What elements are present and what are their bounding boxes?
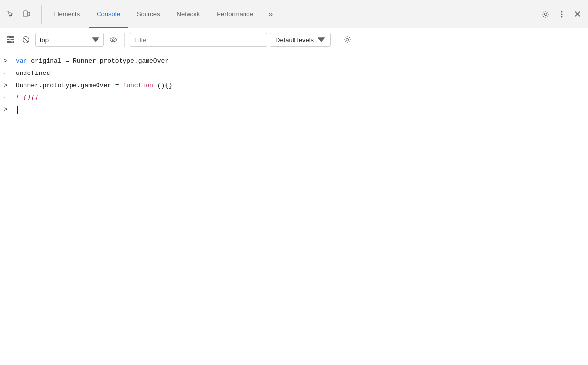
inspect-element-button[interactable] [4, 7, 18, 21]
dots-vertical-icon [558, 10, 565, 18]
settings-button[interactable] [539, 7, 553, 21]
tab-console[interactable]: Console [89, 0, 128, 28]
toggle-device-button[interactable] [20, 7, 33, 21]
code-runner-proto: Runner.prototype.gameOver = [16, 82, 122, 89]
eye-button[interactable] [107, 33, 120, 46]
svg-point-12 [110, 38, 117, 42]
gear-icon-2 [343, 36, 351, 44]
input-prompt: > [4, 105, 12, 115]
stop-logging-button[interactable] [20, 33, 32, 46]
code-func-result: f (){} [16, 93, 39, 103]
log-levels-selector[interactable]: Default levels [270, 33, 331, 47]
context-value: top [40, 36, 89, 44]
console-line-3: > Runner.prototype.gameOver = function (… [0, 80, 588, 92]
svg-point-14 [346, 39, 349, 41]
device-icon [23, 10, 30, 18]
tab-bar: Elements Console Sources Network Perform… [0, 0, 588, 28]
svg-line-11 [24, 37, 28, 42]
toolbar-separator-2 [336, 33, 336, 47]
cursor-icon [7, 10, 15, 18]
eye-icon [109, 36, 117, 44]
keyword-var: var [16, 57, 31, 65]
tab-sources[interactable]: Sources [129, 0, 168, 28]
close-devtools-button[interactable]: ✕ [570, 7, 584, 21]
svg-point-3 [561, 11, 563, 12]
tab-elements[interactable]: Elements [46, 0, 88, 28]
code-1: var original = Runner.prototype.gameOver [16, 56, 169, 67]
svg-rect-0 [24, 11, 27, 17]
console-line-2: ← undefined [0, 68, 588, 80]
context-arrow-icon [92, 36, 99, 44]
prompt-4: ← [4, 93, 12, 103]
prompt-2: ← [4, 69, 12, 79]
console-toolbar: top Default levels [0, 28, 588, 51]
toolbar-separator [124, 33, 125, 47]
kebab-menu-button[interactable] [555, 7, 568, 21]
prompt-3: > [4, 81, 12, 91]
code-func-body: (){} [153, 82, 172, 89]
tab-network[interactable]: Network [169, 0, 208, 28]
tab-performance[interactable]: Performance [209, 0, 261, 28]
levels-arrow-icon [318, 36, 325, 44]
console-line-1: > var original = Runner.prototype.gameOv… [0, 55, 588, 68]
tab-separator [41, 5, 42, 24]
svg-point-13 [112, 39, 114, 41]
stop-icon [22, 36, 30, 44]
prompt-1: > [4, 56, 12, 67]
svg-point-2 [545, 13, 547, 15]
keyword-function: function [122, 82, 153, 89]
console-line-4: ← f (){} [0, 92, 588, 104]
svg-point-4 [561, 13, 563, 15]
code-original: original [31, 57, 61, 65]
svg-point-5 [561, 16, 563, 17]
context-selector[interactable]: top [35, 33, 104, 47]
filter-input[interactable] [130, 33, 267, 47]
gear-icon [542, 10, 550, 18]
more-tabs-button[interactable]: » [264, 7, 278, 21]
clear-console-button[interactable] [4, 33, 17, 46]
clear-icon [6, 36, 14, 44]
console-input-line[interactable]: > [0, 104, 588, 116]
code-assign: = Runner.prototype.gameOver [62, 57, 169, 65]
code-3: Runner.prototype.gameOver = function (){… [16, 81, 172, 91]
tab-bar-right: ✕ [539, 7, 584, 21]
devtools-icons [4, 7, 33, 21]
svg-rect-1 [28, 12, 30, 16]
levels-label: Default levels [275, 36, 314, 44]
console-output: > var original = Runner.prototype.gameOv… [0, 51, 588, 120]
code-undefined: undefined [16, 69, 50, 79]
input-cursor [17, 106, 18, 114]
console-settings-button[interactable] [341, 33, 354, 46]
